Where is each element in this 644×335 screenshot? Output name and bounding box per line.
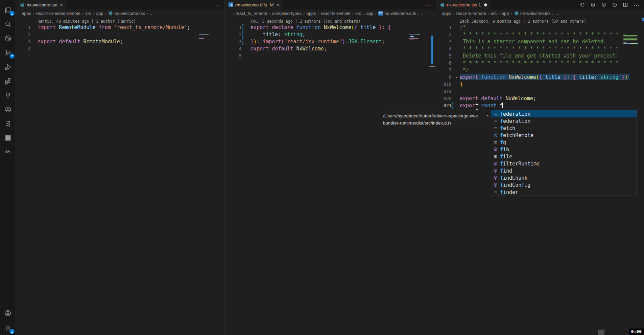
line-number[interactable]: 2: [16, 31, 31, 38]
code-editor[interactable]: You, 5 seconds ago | 2 authors (You and …: [225, 17, 436, 335]
suggest-item-fetch[interactable]: fetch: [491, 125, 637, 132]
breadcrumb-item[interactable]: ...: [555, 11, 559, 16]
extensions-icon[interactable]: [0, 74, 16, 88]
previous-change-icon[interactable]: [590, 2, 596, 7]
breadcrumb-item[interactable]: ...: [421, 11, 425, 16]
code-line[interactable]: 3}): import("react/jsx-runtime").JSX.Ele…: [225, 38, 436, 45]
suggest-item-file[interactable]: file: [491, 153, 637, 160]
breadcrumb-item[interactable]: src: [85, 11, 91, 16]
suggest-item-findConfig[interactable]: findConfig: [491, 181, 637, 188]
code-text[interactable]: export default RemoteModule;: [32, 38, 224, 45]
waves-icon[interactable]: [0, 144, 16, 158]
code-text[interactable]: [244, 52, 436, 60]
grid-icon[interactable]: [0, 131, 16, 145]
breadcrumb-item[interactable]: apps: [442, 11, 451, 16]
line-number[interactable]: 2: [225, 31, 242, 38]
breadcrumb-item[interactable]: app: [502, 11, 509, 16]
code-line[interactable]: 3 This is a starter component and can be…: [436, 38, 644, 45]
breadcrumb-item[interactable]: TSnx-welcome.d.ts: [378, 11, 416, 16]
line-number[interactable]: 5: [436, 52, 452, 60]
circle-share-icon[interactable]: [0, 102, 16, 116]
unsaved-dot-icon[interactable]: [484, 3, 487, 6]
search-icon[interactable]: [0, 17, 16, 31]
remote-explorer-icon[interactable]: [0, 31, 16, 45]
code-text[interactable]: Delete this file and get started with yo…: [459, 52, 644, 60]
suggest-item-fetchRemote[interactable]: fetchRemote: [491, 132, 637, 139]
code-text[interactable]: }): import("react/jsx-runtime").JSX.Elem…: [244, 38, 436, 45]
account-icon[interactable]: [0, 306, 16, 320]
code-text[interactable]: * * * * * * * * * * * * * * * * * * * * …: [459, 60, 644, 67]
breadcrumb-item[interactable]: apps: [306, 11, 316, 16]
breadcrumb-item[interactable]: src: [355, 11, 361, 16]
line-number[interactable]: 1: [436, 24, 452, 31]
line-number[interactable]: 818: [436, 81, 452, 88]
suggest-item-fib[interactable]: fib: [491, 146, 637, 153]
line-number[interactable]: 7: [436, 67, 452, 74]
breadcrumb-item[interactable]: react-ts-remote: [456, 11, 486, 16]
more-actions-icon[interactable]: ···: [634, 2, 640, 8]
line-number[interactable]: 4: [16, 45, 31, 52]
line-number[interactable]: 3: [16, 38, 31, 45]
close-icon[interactable]: ×: [486, 112, 489, 119]
more-actions-icon[interactable]: ···: [425, 2, 431, 8]
codelens[interactable]: Zack Jackson, 9 months ago | 2 authors (…: [436, 17, 644, 24]
code-line[interactable]: 3export default RemoteModule;: [16, 38, 224, 45]
test-tree-icon[interactable]: [0, 88, 16, 102]
code-text[interactable]: * * * * * * * * * * * * * * * * * * * * …: [459, 31, 644, 38]
split-editor-icon[interactable]: [623, 2, 628, 7]
code-text[interactable]: */: [459, 67, 644, 74]
code-line[interactable]: 4export default NxWelcome;: [225, 45, 436, 52]
code-line[interactable]: 4 * * * * * * * * * * * * * * * * * * * …: [436, 45, 644, 52]
settings-gear-icon[interactable]: 1: [0, 321, 16, 335]
minimap[interactable]: [409, 34, 434, 71]
code-text[interactable]: [32, 31, 224, 38]
code-line[interactable]: 1/*: [436, 24, 644, 31]
code-line[interactable]: 2 * * * * * * * * * * * * * * * * * * * …: [436, 31, 644, 38]
code-text[interactable]: export default NxWelcome;: [244, 45, 436, 52]
timer-icon[interactable]: [612, 2, 617, 7]
minimap[interactable]: [199, 34, 216, 47]
code-line[interactable]: 820export default NxWelcome;: [436, 95, 644, 102]
code-text[interactable]: export const f: [459, 102, 644, 109]
breadcrumb-item[interactable]: app: [366, 11, 374, 16]
more-actions-icon[interactable]: ···: [214, 2, 220, 8]
breadcrumb-item[interactable]: nx-welcome.tsx: [108, 11, 145, 16]
code-line[interactable]: 819: [436, 88, 644, 95]
explorer-icon[interactable]: 1: [0, 3, 16, 17]
line-number[interactable]: 6: [436, 60, 452, 67]
suggest-item-federation[interactable]: federation: [491, 110, 637, 117]
code-line[interactable]: 1import RemoteModule from 'react_ts_remo…: [16, 24, 224, 31]
scrollbar-thumb[interactable]: [598, 330, 604, 335]
line-number[interactable]: 1: [16, 24, 31, 31]
breadcrumb-item[interactable]: compiled-types: [272, 11, 302, 16]
breadcrumb-item[interactable]: apps: [22, 11, 31, 16]
breadcrumb-item[interactable]: ...: [150, 11, 153, 16]
codelens[interactable]: Hanric, 48 minutes ago | 1 author (Hanri…: [16, 17, 224, 24]
code-line[interactable]: 2 title: string;: [225, 31, 436, 38]
tab-nx-welcome-tsx-1[interactable]: nx-welcome.tsx 1: [436, 0, 491, 9]
go-back-icon[interactable]: [579, 2, 585, 7]
fold-chevron-icon[interactable]: ›: [453, 74, 459, 81]
code-line[interactable]: 5 Delete this file and get started with …: [436, 52, 644, 60]
minimap[interactable]: [623, 34, 642, 54]
breadcrumb-item[interactable]: react_ts_remote: [235, 11, 267, 16]
code-text[interactable]: export default NxWelcome;: [459, 95, 644, 102]
code-text[interactable]: [32, 45, 224, 52]
line-number[interactable]: 8: [436, 74, 452, 81]
breadcrumb-item[interactable]: react-ts-remote: [321, 11, 351, 16]
line-number[interactable]: 820: [436, 95, 452, 102]
code-text[interactable]: /*: [459, 24, 644, 31]
line-number[interactable]: 819: [436, 88, 452, 95]
breadcrumb-item[interactable]: app: [96, 11, 103, 16]
line-number[interactable]: 4: [225, 45, 242, 52]
code-line[interactable]: 7 */: [436, 67, 644, 74]
line-number[interactable]: 3: [436, 38, 452, 45]
code-line[interactable]: 2: [16, 31, 224, 38]
code-line[interactable]: 6 * * * * * * * * * * * * * * * * * * * …: [436, 60, 644, 67]
code-text[interactable]: export declare function NxWelcome({ titl…: [244, 24, 436, 31]
code-text[interactable]: * * * * * * * * * * * * * * * * * * * * …: [459, 45, 644, 52]
line-number[interactable]: 3: [225, 38, 242, 45]
suggest-item-filterRuntime[interactable]: filterRuntime: [491, 160, 637, 167]
ribbon-icon[interactable]: [0, 116, 16, 131]
breadcrumb-item[interactable]: nx-welcome.tsx: [514, 11, 551, 16]
